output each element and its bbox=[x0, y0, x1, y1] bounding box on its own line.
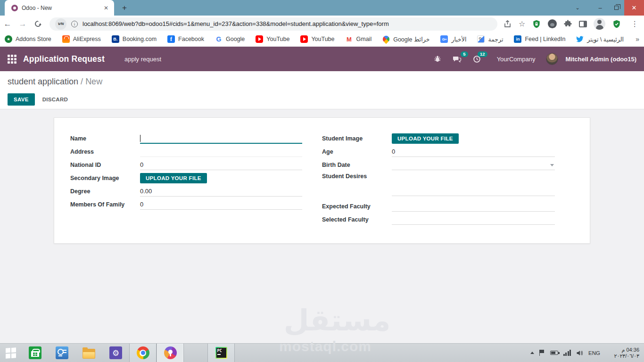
extensions-puzzle-icon[interactable] bbox=[563, 19, 572, 28]
tab-close-icon[interactable]: ✕ bbox=[102, 4, 110, 12]
back-button[interactable]: ← bbox=[0, 19, 15, 29]
tray-hidden-icons-chevron[interactable] bbox=[530, 352, 534, 354]
profile-avatar-icon[interactable] bbox=[594, 18, 605, 30]
odoo-navbar: Application Request apply request 5 bbox=[0, 47, 644, 71]
browser-tab-odoo[interactable]: Odoo - New ✕ bbox=[5, 0, 114, 16]
bookmark-booking[interactable]: B. Booking.com bbox=[112, 35, 157, 43]
tab-search-chevron-icon[interactable]: ⌄ bbox=[570, 0, 586, 16]
taskbar-pycharm-button[interactable]: PC bbox=[207, 344, 235, 362]
chrome-icon bbox=[137, 346, 149, 359]
taskbar-epic-browser-button[interactable] bbox=[157, 344, 184, 362]
field-label-degree: Degree bbox=[70, 188, 140, 195]
volume-icon[interactable] bbox=[576, 350, 583, 356]
window-restore-button[interactable] bbox=[608, 0, 624, 16]
form-right-column: Student Image UPLOAD YOUR FILE Age 0 Bir… bbox=[322, 132, 555, 226]
apps-grid-icon[interactable] bbox=[8, 55, 17, 64]
messages-icon[interactable]: 5 bbox=[449, 52, 465, 66]
bookmark-translate[interactable]: G ترجمة bbox=[477, 35, 503, 43]
bookmark-star-icon[interactable]: ☆ bbox=[519, 19, 525, 28]
company-switcher[interactable]: YourCompany bbox=[497, 56, 536, 63]
taskbar-chrome-button[interactable] bbox=[129, 344, 157, 362]
aliexpress-icon bbox=[62, 35, 70, 43]
debug-bug-icon[interactable] bbox=[430, 52, 445, 66]
share-icon[interactable] bbox=[503, 19, 512, 28]
browser-tab-strip: Odoo - New ✕ + ⌄ – ✕ bbox=[0, 0, 644, 16]
datepicker-caret-icon[interactable] bbox=[550, 164, 554, 168]
activities-clock-icon[interactable]: 12 bbox=[469, 52, 485, 66]
bookmark-linkedin[interactable]: in Feed | LinkedIn bbox=[514, 35, 565, 43]
new-tab-button[interactable]: + bbox=[119, 2, 130, 14]
name-input[interactable] bbox=[140, 133, 302, 144]
selected-faculty-input[interactable] bbox=[392, 214, 555, 225]
field-label-address: Address bbox=[70, 148, 140, 155]
field-row-expected-faculty: Expected Faculty bbox=[322, 200, 555, 213]
taskbar-control-panel-icon[interactable] bbox=[56, 346, 68, 359]
save-button[interactable]: SAVE bbox=[8, 93, 35, 106]
youtube-icon bbox=[256, 35, 263, 43]
action-center-flag-icon[interactable] bbox=[539, 350, 545, 356]
browser-toolbar: ← → V∕N i localhost:8069/web?db=odoo15#c… bbox=[0, 16, 644, 32]
reload-button[interactable] bbox=[35, 21, 41, 27]
field-label-name: Name bbox=[70, 135, 140, 142]
field-row-birth-date: Birth Date bbox=[322, 158, 555, 172]
forward-button[interactable]: → bbox=[15, 19, 30, 29]
bookmarks-overflow-chevron[interactable]: » bbox=[636, 35, 639, 43]
student-desires-textarea[interactable] bbox=[392, 172, 555, 196]
breadcrumb-separator: / bbox=[78, 77, 85, 86]
tray-time: 04:36 م bbox=[605, 347, 639, 353]
network-signal-icon[interactable] bbox=[563, 350, 571, 356]
window-close-button[interactable]: ✕ bbox=[624, 0, 644, 16]
side-panel-icon[interactable] bbox=[579, 21, 587, 27]
window-minimize-button[interactable]: – bbox=[592, 0, 608, 16]
start-button[interactable] bbox=[0, 344, 22, 362]
bookmark-twitter[interactable]: الرئيسية \ تويتر bbox=[576, 35, 624, 43]
expected-faculty-input[interactable] bbox=[392, 201, 555, 212]
navbar-right: 5 12 YourCompany Mitchell Admin (odoo15) bbox=[430, 52, 644, 66]
content-area: Name Address National ID 0 bbox=[0, 109, 644, 343]
bookmark-gmail[interactable]: M Gmail bbox=[346, 35, 372, 43]
taskbar-file-explorer-icon[interactable] bbox=[83, 349, 95, 359]
bookmark-google[interactable]: G Google bbox=[215, 35, 245, 43]
taskbar-settings-icon[interactable]: ⚙ bbox=[109, 346, 122, 359]
bookmark-addons-store[interactable]: ★ Addons Store bbox=[5, 35, 51, 43]
members-of-family-input[interactable]: 0 bbox=[140, 199, 302, 210]
student-image-upload-button[interactable]: UPLOAD YOUR FILE bbox=[392, 133, 459, 144]
bookmark-google-maps[interactable]: خرائط Google bbox=[382, 35, 429, 43]
bookmark-news[interactable]: G≡ الأخبار bbox=[440, 35, 466, 43]
gmail-icon: M bbox=[346, 35, 353, 43]
system-tray: ENG 04:36 م ٢٠٢٣/٠٦/٠٣ bbox=[530, 344, 644, 362]
address-input[interactable] bbox=[140, 147, 302, 157]
age-input[interactable]: 0 bbox=[392, 147, 555, 157]
booking-icon: B. bbox=[112, 35, 119, 43]
url-text[interactable]: localhost:8069/web?db=odoo15#cids=1&menu… bbox=[83, 20, 389, 27]
tray-clock[interactable]: 04:36 م ٢٠٢٣/٠٦/٠٣ bbox=[605, 347, 639, 359]
national-id-input[interactable]: 0 bbox=[140, 160, 302, 170]
browser-menu-icon[interactable]: ⋮ bbox=[628, 19, 641, 28]
bookmark-aliexpress[interactable]: AliExpress bbox=[62, 35, 101, 43]
toolbar-icons: ☆ ⋮ bbox=[503, 18, 641, 30]
adblock-shield-lock-icon[interactable] bbox=[532, 19, 541, 29]
gorilla-extension-icon[interactable] bbox=[548, 19, 557, 28]
bookmark-youtube-2[interactable]: YouTube bbox=[300, 35, 334, 43]
discard-button[interactable]: DISCARD bbox=[42, 97, 68, 102]
user-menu[interactable]: Mitchell Admin (odoo15) bbox=[566, 56, 636, 63]
user-avatar[interactable] bbox=[546, 53, 558, 65]
windows-logo-icon bbox=[6, 347, 16, 359]
site-info-icon[interactable]: i bbox=[71, 21, 78, 27]
language-indicator[interactable]: ENG bbox=[588, 350, 600, 356]
control-panel-buttons: SAVE DISCARD bbox=[8, 93, 636, 106]
birth-date-input[interactable] bbox=[392, 160, 555, 170]
secondary-image-upload-button[interactable]: UPLOAD YOUR FILE bbox=[140, 173, 207, 183]
address-bar[interactable]: V∕N i localhost:8069/web?db=odoo15#cids=… bbox=[50, 17, 497, 31]
vpn-extension-icon[interactable]: V∕N bbox=[55, 18, 66, 30]
battery-icon[interactable] bbox=[550, 351, 558, 355]
degree-input[interactable]: 0.00 bbox=[140, 186, 302, 197]
app-title[interactable]: Application Request bbox=[23, 54, 105, 64]
breadcrumb: student application / New bbox=[8, 77, 636, 87]
bookmark-facebook[interactable]: f Facebook bbox=[167, 35, 204, 43]
menu-apply-request[interactable]: apply request bbox=[119, 48, 167, 71]
taskbar-store-icon[interactable] bbox=[29, 346, 41, 359]
breadcrumb-parent[interactable]: student application bbox=[8, 77, 78, 86]
shield-check-icon[interactable] bbox=[612, 19, 621, 29]
bookmark-youtube-1[interactable]: YouTube bbox=[256, 35, 289, 43]
